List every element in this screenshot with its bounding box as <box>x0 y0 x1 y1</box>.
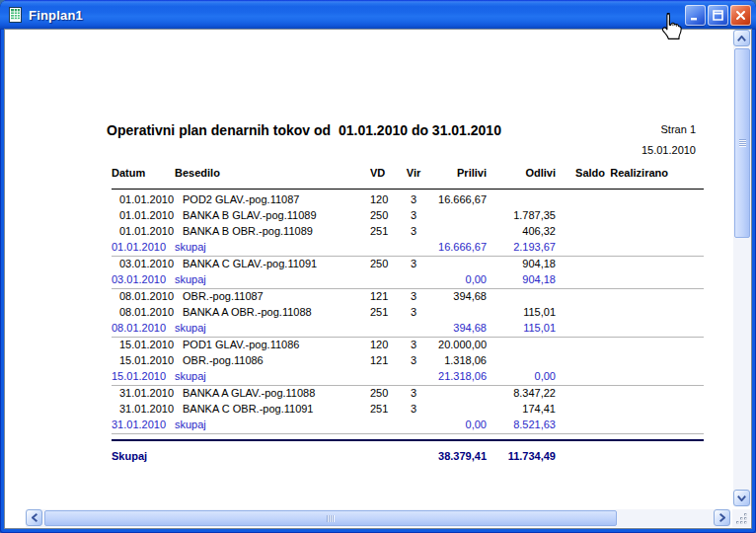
cell-vir <box>400 240 427 256</box>
cell-vd: 250 <box>370 208 400 224</box>
cell-vir: 3 <box>400 208 427 224</box>
cell-realizirano <box>605 224 668 240</box>
cell-besedilo: POD1 GLAV.-pog.11086 <box>175 338 370 353</box>
cell-odlivi: 174,41 <box>487 402 556 418</box>
cell-besedilo: BANKA C OBR.-pog.11091 <box>175 402 370 418</box>
table-row-subtotal: 03.01.2010skupaj0,00904,18 <box>112 272 704 288</box>
table-body: 01.01.2010POD2 GLAV.-pog.11087120316.666… <box>112 192 704 464</box>
cell-odlivi: 115,01 <box>487 305 556 321</box>
document-icon <box>8 7 24 23</box>
cell-datum: 03.01.2010 <box>112 257 175 272</box>
cell-realizirano <box>605 192 668 208</box>
cell-besedilo: BANKA B OBR.-pog.11089 <box>175 224 370 240</box>
total-cell-odlivi: 11.734,49 <box>487 448 556 464</box>
table-row: 08.01.2010OBR.-pog.110871213394,68 <box>112 289 704 305</box>
cell-prilivi: 21.318,06 <box>427 369 487 385</box>
cell-vd: 120 <box>370 192 400 208</box>
scroll-right-button[interactable] <box>714 509 730 526</box>
resize-grip-icon <box>732 509 750 527</box>
table-row: 01.01.2010BANKA B GLAV.-pog.1108925031.7… <box>112 208 704 224</box>
cell-realizirano <box>605 305 668 321</box>
column-header-prilivi: Prilivi <box>427 167 487 179</box>
report-viewer: Operativni plan denarnih tokov od 01.01.… <box>4 29 752 529</box>
cell-saldo <box>556 402 605 418</box>
cell-odlivi: 2.193,67 <box>487 240 556 256</box>
table-row: 01.01.2010POD2 GLAV.-pog.11087120316.666… <box>112 192 704 208</box>
horizontal-scrollbar[interactable] <box>26 509 730 527</box>
cell-realizirano <box>605 418 668 433</box>
horizontal-scroll-thumb[interactable] <box>44 510 617 526</box>
cell-vd: 250 <box>370 386 400 402</box>
cell-odlivi: 115,01 <box>487 321 556 337</box>
cell-vd <box>370 240 400 256</box>
cell-saldo <box>556 224 605 240</box>
cell-besedilo: skupaj <box>175 240 370 256</box>
resize-grip[interactable] <box>732 509 750 527</box>
cell-besedilo: BANKA B GLAV.-pog.11089 <box>175 208 370 224</box>
cell-saldo <box>556 321 605 337</box>
cell-prilivi: 1.318,06 <box>427 353 487 369</box>
report-page: Operativni plan denarnih tokov od 01.01.… <box>5 30 732 509</box>
cell-datum: 08.01.2010 <box>112 289 175 305</box>
maximize-icon <box>712 9 724 22</box>
maximize-button[interactable] <box>708 5 728 26</box>
chevron-right-icon <box>719 513 725 522</box>
table-row: 15.01.2010POD1 GLAV.-pog.11086120320.000… <box>112 338 704 353</box>
thumb-grip <box>739 139 746 147</box>
cell-odlivi: 904,18 <box>487 257 556 272</box>
column-header-realizirano: Realizirano <box>605 167 668 179</box>
cell-vd: 120 <box>370 338 400 353</box>
cell-besedilo: OBR.-pog.11087 <box>175 289 370 305</box>
titlebar[interactable]: Finplan1 <box>0 0 756 30</box>
cell-besedilo: skupaj <box>175 418 370 433</box>
cell-besedilo: BANKA A OBR.-pog.11088 <box>175 305 370 321</box>
chevron-left-icon <box>32 513 38 522</box>
vertical-scrollbar[interactable] <box>733 30 751 506</box>
cell-vir <box>400 369 427 385</box>
table-row: 15.01.2010OBR.-pog.1108612131.318,06 <box>112 353 704 369</box>
table-row: 03.01.2010BANKA C GLAV.-pog.110912503904… <box>112 257 704 272</box>
vertical-scroll-thumb[interactable] <box>734 48 750 238</box>
cell-realizirano <box>605 240 668 256</box>
scroll-up-button[interactable] <box>733 30 750 46</box>
cell-realizirano <box>605 257 668 272</box>
cell-vir: 3 <box>400 386 427 402</box>
total-cell-besedilo <box>175 448 370 464</box>
cell-vd: 121 <box>370 353 400 369</box>
close-button[interactable] <box>730 5 751 26</box>
cell-datum: 08.01.2010 <box>112 305 175 321</box>
report-date: 15.01.2010 <box>112 144 696 156</box>
cell-prilivi <box>427 305 487 321</box>
cell-odlivi: 406,32 <box>487 224 556 240</box>
cell-saldo <box>556 369 605 385</box>
table-row: 31.01.2010BANKA A GLAV.-pog.1108825038.3… <box>112 386 704 402</box>
total-cell-datum: Skupaj <box>112 448 175 464</box>
cell-realizirano <box>605 386 668 402</box>
cell-datum: 15.01.2010 <box>112 353 175 369</box>
chevron-down-icon <box>737 495 746 501</box>
cell-saldo <box>556 418 605 433</box>
cell-datum: 31.01.2010 <box>112 418 175 433</box>
cell-prilivi: 16.666,67 <box>427 192 487 208</box>
cell-prilivi <box>427 386 487 402</box>
cell-besedilo: OBR.-pog.11086 <box>175 353 370 369</box>
cell-vir: 3 <box>400 353 427 369</box>
minimize-button[interactable] <box>685 5 706 26</box>
cell-vir: 3 <box>400 402 427 418</box>
grand-total-line <box>112 439 704 441</box>
cell-vd <box>370 369 400 385</box>
cell-datum: 01.01.2010 <box>112 240 175 256</box>
cell-besedilo: POD2 GLAV.-pog.11087 <box>175 192 370 208</box>
table-row-subtotal: 01.01.2010skupaj16.666,672.193,67 <box>112 240 704 256</box>
column-header-odlivi: Odlivi <box>487 167 556 179</box>
cell-vd: 121 <box>370 289 400 305</box>
table-header-row: Datum Besedilo VD Vir Prilivi Odlivi Sal… <box>112 167 704 179</box>
cell-vir <box>400 418 427 433</box>
cell-realizirano <box>605 321 668 337</box>
scroll-left-button[interactable] <box>26 509 42 526</box>
scroll-down-button[interactable] <box>733 490 750 506</box>
cell-odlivi <box>487 192 556 208</box>
cell-odlivi: 1.787,35 <box>487 208 556 224</box>
cell-prilivi: 0,00 <box>427 418 487 433</box>
cell-saldo <box>556 386 605 402</box>
